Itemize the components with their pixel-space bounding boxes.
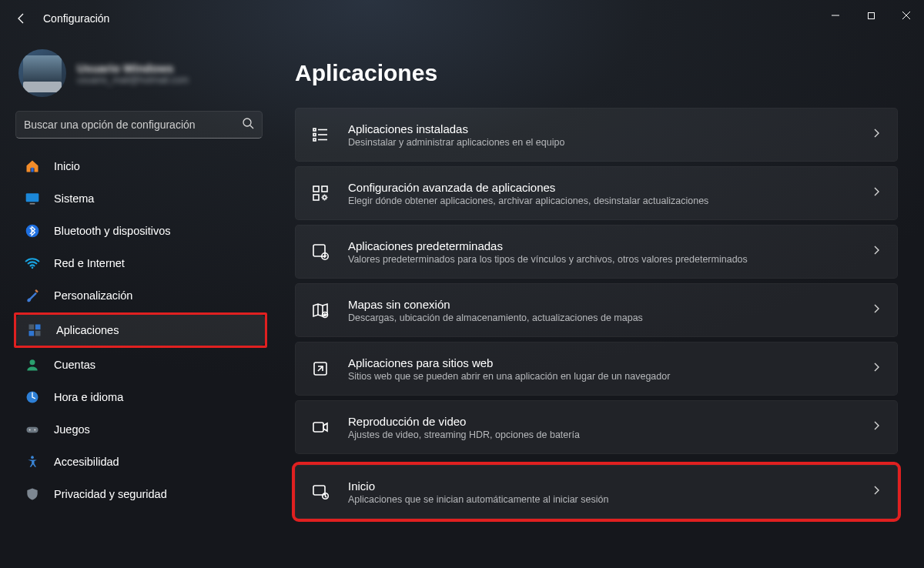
svg-rect-22 <box>313 134 316 136</box>
sidebar-item-label: Bluetooth y dispositivos <box>54 225 171 237</box>
user-info: Usuario Windows usuario_mail@hotmail.com <box>77 62 189 85</box>
card-subtitle: Valores predeterminados para los tipos d… <box>348 254 871 265</box>
card-title: Inicio <box>348 479 871 493</box>
svg-rect-23 <box>313 139 316 141</box>
accessibility-icon <box>25 454 40 469</box>
main-content: Aplicaciones Aplicaciones instaladas Des… <box>273 37 924 568</box>
card-title: Mapas sin conexión <box>348 298 871 311</box>
user-account[interactable]: Usuario Windows usuario_mail@hotmail.com <box>14 45 267 111</box>
bluetooth-icon <box>25 223 40 239</box>
wifi-icon <box>25 256 40 271</box>
sidebar-item-cuentas[interactable]: Cuentas <box>14 349 267 380</box>
paintbrush-icon <box>25 288 40 303</box>
gamepad-icon <box>25 422 40 437</box>
sidebar-item-label: Hora e idioma <box>54 391 123 403</box>
svg-rect-11 <box>29 325 35 330</box>
sidebar-item-sistema[interactable]: Sistema <box>14 183 267 214</box>
card-title: Aplicaciones instaladas <box>348 122 871 135</box>
chevron-right-icon <box>871 362 882 376</box>
card-title: Reproducción de video <box>348 415 871 428</box>
svg-point-18 <box>29 429 31 430</box>
card-subtitle: Sitios web que se pueden abrir en una ap… <box>348 371 871 382</box>
minimize-icon <box>831 11 840 20</box>
sidebar-item-inicio[interactable]: Inicio <box>14 151 267 182</box>
window-controls <box>818 0 924 31</box>
search-box[interactable] <box>15 111 263 139</box>
maximize-icon <box>867 12 875 20</box>
clock-globe-icon <box>25 389 40 405</box>
apps-icon <box>27 322 42 338</box>
card-subtitle: Aplicaciones que se inician automáticame… <box>348 494 871 505</box>
open-with-icon <box>310 358 331 379</box>
card-title: Aplicaciones para sitios web <box>348 356 871 369</box>
sidebar-item-aplicaciones[interactable]: Aplicaciones <box>16 315 265 346</box>
video-icon <box>310 416 331 438</box>
chevron-right-icon <box>871 485 882 499</box>
svg-rect-7 <box>30 203 35 205</box>
minimize-button[interactable] <box>818 0 853 31</box>
card-title: Aplicaciones predeterminadas <box>348 239 871 252</box>
svg-rect-14 <box>35 331 41 336</box>
chevron-right-icon <box>871 128 882 142</box>
sidebar-item-label: Aplicaciones <box>56 324 119 336</box>
card-apps-sitios-web[interactable]: Aplicaciones para sitios web Sitios web … <box>295 342 898 396</box>
search-input[interactable] <box>24 119 242 131</box>
sidebar-item-label: Cuentas <box>54 359 95 371</box>
layout: Usuario Windows usuario_mail@hotmail.com… <box>0 37 924 568</box>
svg-point-19 <box>34 429 35 430</box>
sidebar-item-label: Sistema <box>54 192 94 205</box>
card-apps-predeterminadas[interactable]: Aplicaciones predeterminadas Valores pre… <box>295 225 898 279</box>
card-subtitle: Descargas, ubicación de almacenamiento, … <box>348 312 871 323</box>
card-reproduccion-video[interactable]: Reproducción de video Ajustes de video, … <box>295 400 898 454</box>
svg-rect-31 <box>313 245 325 256</box>
svg-rect-35 <box>313 423 323 432</box>
card-aplicaciones-instaladas[interactable]: Aplicaciones instaladas Desinstalar y ad… <box>295 108 898 162</box>
startup-icon <box>310 481 331 503</box>
sidebar-item-bluetooth[interactable]: Bluetooth y dispositivos <box>14 216 267 246</box>
sidebar-item-label: Juegos <box>54 423 90 436</box>
home-icon <box>25 159 40 174</box>
sidebar: Usuario Windows usuario_mail@hotmail.com… <box>0 37 273 568</box>
titlebar: Configuración <box>0 0 924 37</box>
sidebar-highlight-aplicaciones: Aplicaciones <box>14 312 267 348</box>
chevron-right-icon <box>871 303 882 317</box>
system-icon <box>25 191 40 206</box>
chevron-right-icon <box>871 186 882 200</box>
sidebar-item-hora[interactable]: Hora e idioma <box>14 382 267 413</box>
svg-rect-29 <box>313 195 319 200</box>
svg-point-15 <box>30 359 35 365</box>
map-icon <box>310 299 331 321</box>
sidebar-item-label: Accesibilidad <box>54 456 119 468</box>
svg-rect-28 <box>322 186 327 192</box>
sidebar-item-label: Personalización <box>54 289 132 302</box>
chevron-right-icon <box>871 420 882 434</box>
card-config-avanzada[interactable]: Configuración avanzada de aplicaciones E… <box>295 166 898 220</box>
search-icon <box>242 117 254 132</box>
shield-icon <box>25 486 40 502</box>
svg-point-4 <box>243 119 251 126</box>
card-inicio[interactable]: Inicio Aplicaciones que se inician autom… <box>295 465 898 519</box>
svg-point-9 <box>32 267 34 269</box>
back-button[interactable] <box>6 3 37 34</box>
sidebar-item-label: Red e Internet <box>54 257 125 269</box>
avatar <box>18 49 66 97</box>
svg-rect-12 <box>35 325 41 330</box>
user-name: Usuario Windows <box>77 62 189 75</box>
svg-rect-21 <box>313 129 316 131</box>
sidebar-item-red[interactable]: Red e Internet <box>14 248 267 279</box>
sidebar-item-juegos[interactable]: Juegos <box>14 414 267 445</box>
card-mapas-sin-conexion[interactable]: Mapas sin conexión Descargas, ubicación … <box>295 283 898 337</box>
sidebar-item-privacidad[interactable]: Privacidad y seguridad <box>14 479 267 510</box>
sidebar-nav: Inicio Sistema Bluetooth y dispositivos … <box>14 151 267 510</box>
user-email: usuario_mail@hotmail.com <box>77 75 189 85</box>
svg-point-30 <box>323 195 326 199</box>
svg-rect-13 <box>29 331 35 336</box>
window-title: Configuración <box>43 12 109 25</box>
arrow-left-icon <box>15 12 28 25</box>
sidebar-item-personalizacion[interactable]: Personalización <box>14 280 267 311</box>
close-button[interactable] <box>889 0 924 31</box>
card-subtitle: Ajustes de video, streaming HDR, opcione… <box>348 429 871 440</box>
svg-rect-17 <box>27 427 38 433</box>
sidebar-item-accesibilidad[interactable]: Accesibilidad <box>14 446 267 477</box>
maximize-button[interactable] <box>853 0 889 31</box>
